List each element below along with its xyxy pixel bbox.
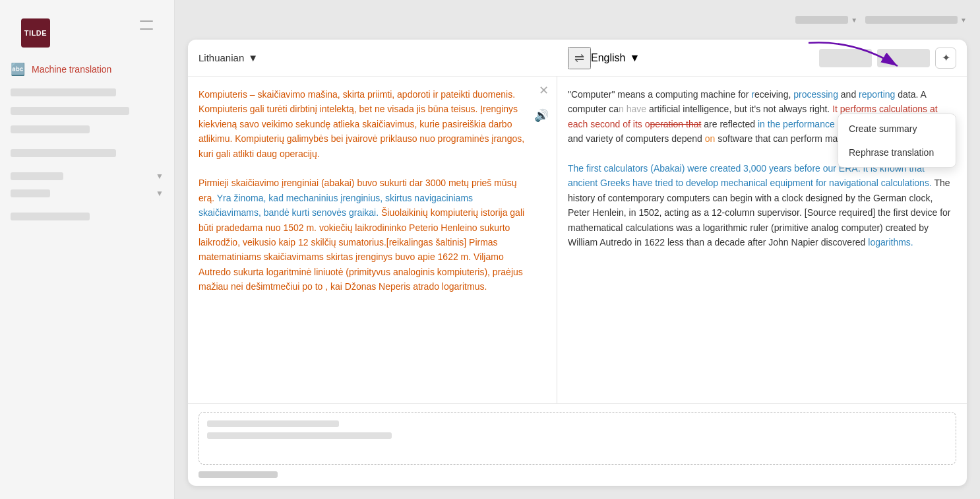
translate-icon: 🔤	[11, 62, 25, 77]
target-text: "Computer" means a computing machine for…	[568, 87, 956, 249]
card-body: ✕ 🔊 Kompiuteris – skaičiavimo mašina, sk…	[188, 77, 967, 403]
chevron-down-icon-1: ▼	[156, 172, 164, 181]
source-pane: ✕ 🔊 Kompiuteris – skaičiavimo mašina, sk…	[188, 77, 557, 403]
menu-icon[interactable]	[140, 20, 153, 30]
close-button[interactable]: ✕	[539, 84, 549, 96]
footer-action-placeholder	[199, 471, 278, 478]
topbar-placeholder-2	[865, 16, 958, 24]
ai-features-button[interactable]: ✦	[935, 48, 956, 69]
ai-dropdown-menu: Create summary Rephrase translation	[838, 114, 956, 168]
header-btn-placeholder-1	[819, 49, 872, 67]
input-placeholder-1	[207, 420, 339, 427]
topbar-chevron-2: ▼	[960, 17, 967, 24]
sidebar-placeholder-2	[11, 107, 129, 115]
topbar-dropdown-1[interactable]: ▼	[795, 16, 857, 24]
sidebar-placeholder-4	[11, 149, 116, 157]
sidebar-placeholder-3	[11, 125, 90, 133]
sidebar-item-label: Machine translation	[32, 64, 111, 75]
topbar-chevron-1: ▼	[851, 17, 857, 24]
text-input-area[interactable]	[199, 412, 956, 465]
logo[interactable]: TILDE	[21, 18, 50, 48]
input-placeholder-2	[207, 432, 392, 439]
source-text: Kompiuteris – skaičiavimo mašina, skirta…	[199, 87, 546, 294]
sidebar-item-machine-translation[interactable]: 🔤 Machine translation	[0, 55, 174, 83]
header-btn-placeholder-2	[877, 49, 930, 67]
main-content: ▼ ▼ Lithuanian ▼ ⇌ English	[175, 0, 980, 499]
sidebar-placeholder-5	[11, 213, 90, 220]
translation-card: Lithuanian ▼ ⇌ English ▼ ✦ ✕ 🔊	[188, 40, 967, 486]
sidebar: TILDE 🔤 Machine translation ▼ ▼	[0, 0, 175, 499]
source-language-label: Lithuanian	[199, 52, 244, 63]
header-actions: ✦	[819, 48, 956, 69]
target-lang-chevron: ▼	[629, 52, 640, 64]
sidebar-dropdown-label-1	[11, 172, 63, 180]
rephrase-translation-item[interactable]: Rephrase translation	[838, 141, 956, 164]
sidebar-dropdown-item-1[interactable]: ▼	[0, 168, 174, 185]
target-pane: "Computer" means a computing machine for…	[557, 77, 967, 403]
swap-languages-button[interactable]: ⇌	[568, 47, 591, 69]
sidebar-dropdown-label-2	[11, 189, 50, 197]
source-language-selector[interactable]: Lithuanian ▼	[199, 52, 568, 63]
card-header: Lithuanian ▼ ⇌ English ▼ ✦	[188, 40, 967, 77]
source-lang-chevron: ▼	[248, 52, 258, 63]
create-summary-item[interactable]: Create summary	[838, 117, 956, 141]
sidebar-dropdown-item-2[interactable]: ▼	[0, 185, 174, 202]
top-bar: ▼ ▼	[175, 0, 980, 40]
target-language-label: English	[591, 52, 625, 64]
chevron-down-icon-2: ▼	[156, 189, 164, 198]
logo-text: TILDE	[24, 29, 47, 37]
topbar-dropdown-2[interactable]: ▼	[865, 16, 967, 24]
audio-button[interactable]: 🔊	[534, 108, 549, 123]
sidebar-placeholder-1	[11, 88, 116, 96]
target-language-selector[interactable]: English ▼	[591, 52, 819, 64]
topbar-placeholder-1	[795, 16, 848, 24]
sparkle-icon: ✦	[942, 51, 950, 64]
card-footer	[188, 403, 967, 486]
